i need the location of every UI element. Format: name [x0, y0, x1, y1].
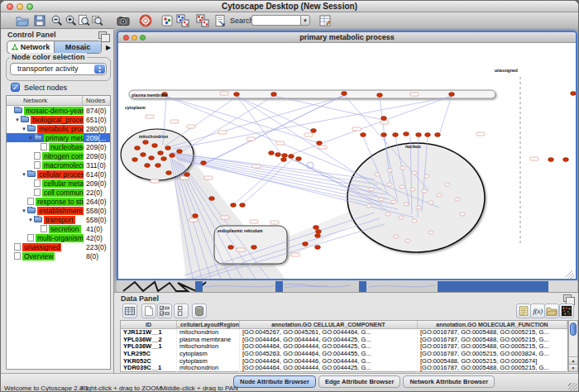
nucleus-compartment[interactable] [347, 143, 485, 252]
network-node[interactable] [269, 151, 275, 155]
table-cell[interactable]: YLR295C [121, 351, 177, 358]
table-cell[interactable]: mitochondrion [177, 329, 240, 337]
nucleus-node[interactable] [437, 194, 442, 197]
nucleus-node[interactable] [400, 185, 404, 189]
table-cell[interactable]: mitochondrion [177, 343, 240, 351]
scroll-down-icon[interactable]: ▼ [569, 364, 577, 371]
network-node[interactable] [141, 153, 146, 157]
tree-row[interactable]: unassigned223(0) [7, 242, 110, 251]
table-cell[interactable]: [GO:0016787, GO:0005488, GO:0005215, G..… [418, 329, 567, 337]
tree-row[interactable]: secretion41(0) [7, 224, 110, 233]
network-node[interactable] [393, 133, 399, 137]
network-node[interactable] [149, 156, 155, 160]
network-node[interactable] [184, 173, 190, 177]
network-node[interactable] [135, 146, 141, 151]
nucleus-node[interactable] [412, 219, 417, 222]
zoom-in-button[interactable] [65, 14, 78, 27]
network-node[interactable] [548, 158, 554, 162]
tree-row[interactable]: macromolecule311(0) [7, 160, 110, 170]
expand-arrow-icon[interactable]: ▼ [21, 127, 27, 131]
table-row[interactable]: YKR052Ccytoplasm[GO:0044464, GO:0044446,… [121, 358, 567, 366]
table-cell[interactable]: [GO:0016787, GO:0005488, GO:0005215, G..… [418, 337, 567, 344]
table-cell[interactable]: [GO:0045263, GO:0044464, GO:0044455, G..… [240, 351, 418, 358]
float-data-panel-icon[interactable] [563, 294, 572, 302]
network-node[interactable] [156, 164, 161, 168]
table-row[interactable]: YLR295Ccytoplasm[GO:0045263, GO:0044464,… [121, 351, 567, 358]
zoom-selected-button[interactable] [91, 14, 104, 27]
window-resize-grip[interactable] [568, 383, 577, 392]
network-node[interactable] [435, 133, 441, 137]
table-row[interactable]: YJR121W__1mitochondrion[GO:0045267, GO:0… [121, 329, 567, 337]
tab-overflow-arrow-icon[interactable]: ▶ [106, 44, 111, 51]
network-node[interactable] [342, 92, 347, 96]
search-input[interactable] [251, 15, 300, 26]
column-header[interactable]: ID [121, 321, 177, 328]
table-cell[interactable]: [GO:0045267, GO:0045261, GO:0044464, G..… [240, 329, 418, 337]
tree-row[interactable]: response to stimulu264(0) [7, 197, 110, 206]
network-node[interactable] [166, 171, 172, 175]
nucleus-node[interactable] [455, 198, 460, 201]
nucleus-node[interactable] [385, 213, 390, 216]
edge[interactable] [274, 96, 383, 120]
tree-row[interactable]: ▼establishment of lo558(0) [7, 206, 110, 215]
network-node[interactable] [296, 157, 302, 161]
search-dropdown-icon[interactable]: ▼ [300, 15, 310, 26]
column-header[interactable]: annotation.GO CELLULAR_COMPONENT [240, 321, 418, 328]
column-header[interactable]: _cellularLayoutRegion [177, 321, 240, 328]
network-node[interactable] [231, 203, 237, 208]
help-icon[interactable] [139, 14, 152, 27]
nucleus-node[interactable] [400, 166, 405, 170]
function-builder-icon[interactable]: f(x) [530, 304, 545, 318]
network-node[interactable] [161, 157, 167, 161]
combo-stepper-icon[interactable]: ▲▼ [94, 65, 105, 74]
attribute-browser-icon[interactable] [318, 14, 332, 27]
nucleus-node[interactable] [387, 169, 392, 172]
network-node[interactable] [416, 133, 422, 137]
tree-row[interactable]: ▼metabolic process280(0) [7, 124, 110, 133]
table-cell[interactable]: [GO:0044464, GO:0044444, GO:0044425, G..… [240, 343, 418, 351]
tree-column-network[interactable]: Network [7, 96, 83, 105]
network-canvas[interactable]: plasma membranecytoplasmmitochondrionnuc… [118, 43, 576, 279]
canvas-resize-grip[interactable] [566, 270, 574, 279]
network-overlay-blue-icon[interactable] [176, 14, 189, 27]
network-node[interactable] [240, 203, 246, 208]
expand-arrow-icon[interactable]: ▼ [27, 218, 34, 222]
tree-row[interactable]: Overview8(0) [7, 251, 110, 261]
import-attributes-icon[interactable] [544, 304, 559, 318]
table-icon[interactable] [122, 304, 137, 318]
network-node[interactable] [193, 214, 199, 218]
table-cell[interactable]: YPL036W__2 [121, 337, 177, 344]
select-attributes-icon[interactable] [157, 304, 172, 318]
browser-tab[interactable]: Node Attribute Browser [233, 375, 316, 388]
tree-row[interactable]: cellular metabol209(0) [7, 179, 110, 188]
table-cell[interactable]: YJR121W__1 [121, 329, 177, 337]
browser-tab[interactable]: Network Attribute Browser [403, 375, 495, 388]
tab-network[interactable]: Network [7, 41, 54, 53]
nucleus-node[interactable] [428, 231, 433, 234]
expand-arrow-icon[interactable]: ▼ [14, 117, 21, 122]
edge[interactable] [438, 96, 452, 137]
network-node[interactable] [571, 92, 576, 96]
table-cell[interactable]: [GO:0016787, GO:0005215, GO:0003824, G..… [418, 351, 567, 358]
network-node[interactable] [381, 117, 387, 121]
table-cell[interactable]: plasma membrane [177, 337, 240, 344]
nucleus-node[interactable] [399, 216, 404, 219]
network-node[interactable] [563, 158, 569, 162]
network-node[interactable] [251, 246, 257, 250]
network-node[interactable] [381, 133, 387, 137]
expand-arrow-icon[interactable]: ▼ [21, 208, 27, 213]
new-attribute-icon[interactable] [141, 304, 156, 318]
scrollbar-thumb[interactable] [570, 323, 577, 336]
nucleus-node[interactable] [428, 201, 433, 204]
nucleus-node[interactable] [405, 239, 410, 242]
zoom-out-button[interactable] [50, 14, 64, 27]
unselect-attributes-icon[interactable] [174, 304, 189, 318]
tree-row[interactable]: ▼transport558(0) [7, 215, 110, 224]
list-icon[interactable] [516, 304, 531, 318]
table-cell[interactable]: cytoplasm [177, 358, 240, 366]
zoom-fit-button[interactable] [78, 14, 91, 27]
close-icon[interactable] [123, 35, 129, 41]
table-cell[interactable]: [GO:0016787, GO:0005488, GO:0005215, G..… [418, 365, 567, 372]
attribute-table[interactable]: ID_cellularLayoutRegionannotation.GO CEL… [120, 320, 568, 372]
nucleus-node[interactable] [404, 203, 409, 206]
